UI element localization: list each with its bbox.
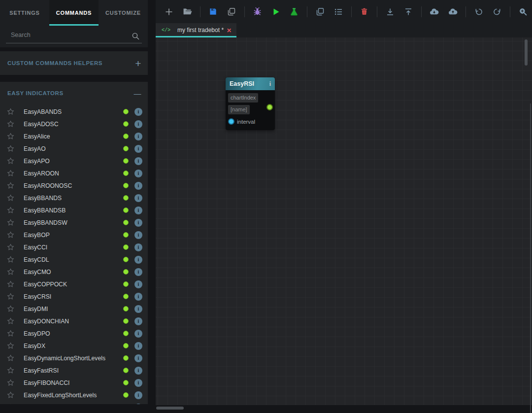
node-header[interactable]: EasyRSI i [226,77,275,90]
indicator-row[interactable]: EasyCRSI i [0,290,148,303]
node-field-name[interactable]: [name] [228,105,250,114]
star-icon[interactable] [7,293,14,300]
star-icon[interactable] [7,354,14,362]
document-tab[interactable]: </> my first tradebot * ✕ [156,23,236,37]
new-script-button[interactable] [162,4,175,19]
duplicate-button[interactable] [313,4,327,19]
redo-button[interactable] [490,4,503,19]
indicator-row[interactable]: EasyBBANDSB i [0,204,148,216]
download-button[interactable] [383,4,397,19]
star-icon[interactable] [7,194,14,202]
indicator-row[interactable]: EasyCCI i [0,241,148,253]
close-tab-icon[interactable]: ✕ [227,27,232,34]
indicator-row[interactable]: EasyFastRSI i [0,364,148,377]
script-canvas[interactable]: EasyRSI i chartIndex [name] interval [156,37,532,405]
indicator-row[interactable]: EasyFIBONACCI i [0,377,148,389]
star-icon[interactable] [7,404,14,404]
indicator-row[interactable]: EasyABANDS i [0,105,148,118]
indicator-row[interactable]: EasyCDL i [0,253,148,266]
star-icon[interactable] [7,231,14,239]
indicator-row[interactable]: EasyDX i [0,340,148,352]
info-icon[interactable]: i [134,133,142,140]
indicator-row[interactable]: EasyDMI i [0,303,148,315]
node-easyrsi[interactable]: EasyRSI i chartIndex [name] interval [226,77,275,130]
node-info-icon[interactable]: i [269,80,271,88]
star-icon[interactable] [7,108,14,115]
horizontal-scrollbar-thumb[interactable] [156,407,184,410]
star-icon[interactable] [7,317,14,325]
info-icon[interactable]: i [134,108,142,116]
info-icon[interactable]: i [134,170,142,177]
star-icon[interactable] [7,170,14,177]
indicator-row[interactable]: EasyCOPPOCK i [0,278,148,290]
copy-button[interactable] [225,4,238,19]
list-view-button[interactable] [332,4,345,19]
indicator-row[interactable]: EasyDynamicLongShortLevels i [0,352,148,364]
star-icon[interactable] [7,120,14,128]
star-icon[interactable] [7,256,14,263]
star-icon[interactable] [7,157,14,165]
zoom-in-button[interactable] [516,4,530,19]
node-field-chartindex[interactable]: chartIndex [228,93,258,103]
info-icon[interactable]: i [134,243,142,251]
quick-test-button[interactable] [288,4,301,19]
indicator-row[interactable]: EasyAROON i [0,167,148,179]
star-icon[interactable] [7,219,14,226]
indicator-row[interactable]: EasyCMO i [0,266,148,278]
info-icon[interactable]: i [134,206,142,214]
expand-plus-icon[interactable]: + [135,58,141,69]
upload-button[interactable] [402,4,415,19]
star-icon[interactable] [7,342,14,349]
star-icon[interactable] [7,305,14,312]
cloud-upload-button[interactable] [446,4,459,19]
indicator-row[interactable]: EasyDPO i [0,327,148,340]
info-icon[interactable]: i [134,145,142,153]
cloud-download-button[interactable] [428,4,441,19]
info-icon[interactable]: i [134,391,142,399]
collapse-minus-icon[interactable]: — [133,90,141,97]
output-port-green[interactable] [266,104,273,110]
info-icon[interactable]: i [134,182,142,190]
info-icon[interactable]: i [134,194,142,202]
info-icon[interactable]: i [134,231,142,239]
info-icon[interactable]: i [134,354,142,362]
window-scrollbar[interactable] [530,103,531,413]
info-icon[interactable]: i [134,157,142,165]
info-icon[interactable]: i [134,120,142,128]
input-port-blue[interactable] [228,118,234,125]
info-icon[interactable]: i [134,342,142,350]
info-icon[interactable]: i [134,256,142,264]
star-icon[interactable] [7,379,14,386]
star-icon[interactable] [7,182,14,189]
indicator-row[interactable]: EasyFixedLongShortLevels i [0,389,148,401]
indicator-row[interactable]: EasyAO i [0,142,148,155]
tab-settings[interactable]: SETTINGS [0,0,49,26]
search-input[interactable] [6,29,142,43]
star-icon[interactable] [7,330,14,337]
indicator-row-partial[interactable]: i [0,401,148,404]
open-folder-button[interactable] [180,4,194,19]
indicator-row[interactable]: EasyAlice i [0,130,148,142]
info-icon[interactable]: i [134,367,142,375]
info-icon[interactable]: i [134,219,142,227]
star-icon[interactable] [7,206,14,214]
execute-button[interactable] [269,4,282,19]
info-icon[interactable]: i [134,280,142,288]
info-icon[interactable]: i [134,404,142,405]
indicator-row[interactable]: EasyBBANDSW i [0,216,148,229]
easy-indicators-header[interactable]: EASY INDICATORS — [0,82,148,104]
tab-customize[interactable]: CUSTOMIZE [99,0,148,26]
vertical-scrollbar-thumb[interactable] [525,39,528,66]
undo-button[interactable] [472,4,485,19]
section-custom-commands-helpers[interactable]: CUSTOM COMMANDS HELPERS + [0,51,148,75]
indicator-row[interactable]: EasyDONCHIAN i [0,315,148,327]
info-icon[interactable]: i [134,293,142,301]
search-icon[interactable] [132,32,140,40]
info-icon[interactable]: i [134,330,142,338]
info-icon[interactable]: i [134,379,142,387]
info-icon[interactable]: i [134,268,142,276]
star-icon[interactable] [7,268,14,275]
info-icon[interactable]: i [134,317,142,325]
star-icon[interactable] [7,391,14,399]
star-icon[interactable] [7,280,14,288]
